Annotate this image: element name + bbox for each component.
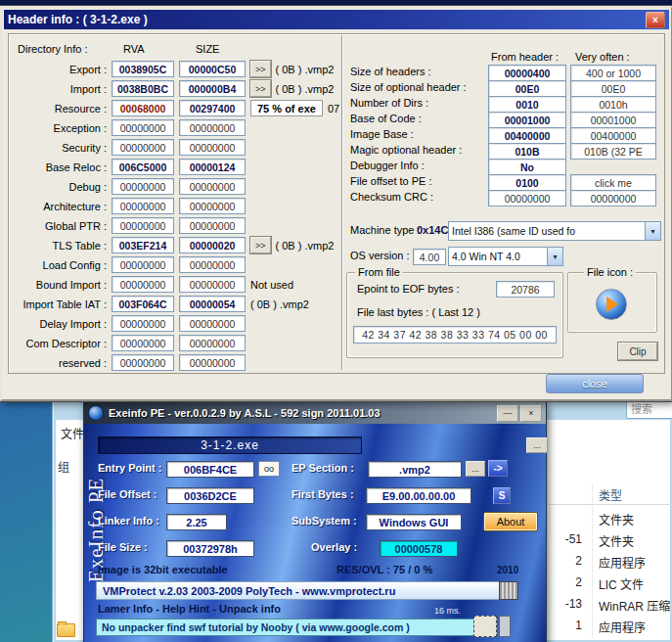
overlay-field[interactable]: 00000578 — [380, 540, 458, 557]
rva-field[interactable]: 00000000 — [112, 178, 174, 195]
first-bytes-field[interactable]: E9.00.00.00.00 — [366, 487, 471, 504]
list-item[interactable]: 2 应用程序 — [549, 554, 672, 572]
dropdown-selected-value: 4.0 Win NT 4.0 — [449, 251, 547, 262]
grip-button[interactable] — [499, 616, 511, 637]
list-item[interactable]: -51 文件夹 — [549, 532, 672, 550]
rva-field[interactable]: 00068000 — [112, 100, 174, 116]
rva-field[interactable]: 00000000 — [112, 217, 174, 234]
explorer-menu-file[interactable]: 文件 — [61, 425, 84, 441]
rva-field[interactable]: 00000000 — [112, 315, 174, 332]
rva-field[interactable]: 00000000 — [112, 256, 174, 273]
size-field[interactable]: 00000000 — [179, 198, 246, 214]
list-item[interactable]: 2 LIC 文件 — [549, 575, 672, 593]
close-button[interactable]: × — [646, 12, 665, 28]
section-viewer-button[interactable]: ... — [466, 461, 485, 477]
list-item[interactable]: -13 WinRAR 压缩 — [549, 597, 672, 615]
rva-field[interactable]: 00000000 — [112, 119, 174, 136]
very-often-field[interactable]: 00000000 — [570, 190, 656, 206]
rva-field[interactable]: 003EF214 — [112, 237, 174, 253]
chevron-down-icon[interactable]: ▼ — [645, 222, 660, 240]
file-size-field[interactable]: 00372978h — [166, 540, 254, 557]
size-field[interactable]: 00000000 — [179, 335, 246, 351]
rva-field[interactable]: 00000000 — [112, 354, 174, 371]
click-me-button[interactable]: click me — [570, 174, 656, 191]
size-column-header: SIZE — [196, 43, 219, 55]
size-field[interactable]: 00000124 — [179, 159, 246, 175]
size-field[interactable]: 00000C50 — [179, 61, 246, 77]
hex-view-button[interactable]: S — [493, 487, 511, 504]
very-often-field[interactable]: 00E0 — [570, 80, 656, 97]
ep-section-field[interactable]: .vmp2 — [368, 461, 462, 478]
size-field[interactable]: 00000000 — [179, 276, 246, 293]
very-often-field[interactable]: 00001000 — [570, 112, 656, 128]
rva-field[interactable]: 00000000 — [112, 335, 174, 351]
size-field[interactable]: 00000020 — [179, 237, 246, 253]
size-field[interactable]: 00000000 — [179, 315, 246, 332]
list-item[interactable]: 文件夹 — [549, 511, 672, 528]
clip-button[interactable]: Clip — [618, 343, 657, 360]
goto-section-button[interactable]: >> — [250, 61, 271, 77]
rva-field[interactable]: 00000000 — [112, 276, 174, 293]
browse-file-button[interactable]: ... — [526, 437, 548, 453]
scanner-result-field[interactable]: VMProtect v.2.03 2003-2009 PolyTech - ww… — [96, 581, 505, 600]
unpack-info-field[interactable]: No unpacker find swf tutorial by Nooby (… — [96, 619, 477, 636]
size-field[interactable]: 000000B4 — [179, 80, 246, 97]
header-info-titlebar[interactable]: Header info : ( 3-1-2.exe ) × — [4, 10, 669, 29]
size-field[interactable]: 00000000 — [179, 178, 246, 195]
last-bytes-field[interactable]: 42 34 37 42 38 38 33 33 74 05 00 00 — [353, 326, 557, 344]
plugin-button[interactable]: oo — [258, 461, 280, 477]
linker-field[interactable]: 2.25 — [166, 514, 227, 530]
close-button[interactable]: × — [520, 405, 542, 422]
size-field[interactable]: 00000054 — [179, 296, 246, 312]
from-header-field[interactable]: No — [488, 159, 566, 175]
os-version-dropdown[interactable]: 4.0 Win NT 4.0 ▼ — [448, 247, 563, 266]
close-dialog-button[interactable]: close — [546, 374, 644, 393]
rva-field[interactable]: 0038B0BC — [112, 80, 174, 97]
rva-field[interactable]: 00000000 — [112, 139, 174, 156]
goto-section-button[interactable]: >> — [250, 80, 271, 97]
machine-type-dropdown[interactable]: Intel I386 (same ID used fo ▼ — [448, 221, 661, 241]
size-field[interactable]: 00000000 — [179, 256, 246, 273]
rip-button[interactable] — [473, 616, 497, 637]
rva-field[interactable]: 003F064C — [112, 296, 174, 312]
subsystem-field[interactable]: Windows GUI — [366, 514, 462, 530]
from-header-field[interactable]: 00000400 — [488, 65, 566, 81]
very-often-field[interactable]: 010B (32 PE — [570, 143, 656, 160]
entry-point-field[interactable]: 006BF4CE — [166, 461, 254, 478]
very-often-field[interactable]: 0010h — [570, 96, 656, 113]
from-header-field[interactable]: 010B — [488, 143, 566, 160]
goto-section-button[interactable]: >> — [250, 237, 271, 253]
goto-ep-button[interactable]: -> — [488, 460, 508, 477]
minimize-button[interactable]: — — [497, 405, 518, 422]
rva-field[interactable]: 006C5000 — [112, 159, 174, 175]
from-header-field[interactable]: 0100 — [488, 174, 566, 191]
size-field[interactable]: 00000000 — [179, 354, 246, 371]
list-item[interactable]: 1 应用程序 — [549, 619, 672, 636]
from-header-field[interactable]: 00E0 — [488, 80, 566, 97]
very-often-field[interactable]: 400 or 1000 — [570, 65, 656, 81]
rva-field[interactable]: 0038905C — [112, 61, 174, 77]
column-header-type[interactable]: 类型 — [599, 486, 622, 503]
row-label: Global PTR : — [14, 220, 107, 232]
file-offset-field[interactable]: 0036D2CE — [166, 487, 254, 504]
about-button[interactable]: About — [483, 512, 538, 531]
epoint-value-field[interactable]: 20786 — [496, 281, 555, 298]
from-header-field[interactable]: 00000000 — [488, 190, 566, 206]
scanner-icon[interactable] — [499, 581, 518, 600]
section-note: ( 0B ) .vmp2 — [276, 83, 335, 95]
explorer-organize-button[interactable]: 组 — [58, 458, 69, 475]
chevron-down-icon[interactable]: ▼ — [547, 248, 562, 265]
very-often-field[interactable]: 00400000 — [570, 127, 656, 144]
filename-field[interactable]: 3-1-2.exe — [98, 436, 362, 454]
from-header-field[interactable]: 00400000 — [488, 127, 566, 144]
os-version-value[interactable]: 4.00 — [413, 249, 446, 265]
from-header-field[interactable]: 0010 — [488, 96, 566, 113]
size-field[interactable]: 00000000 — [179, 139, 246, 156]
from-header-field[interactable]: 00001000 — [488, 112, 566, 128]
exeinfo-titlebar[interactable]: Exeinfo PE - ver.0.0.2.9 by A.S.L - 592 … — [84, 402, 546, 424]
rva-field[interactable]: 00000000 — [112, 198, 174, 214]
folder-icon — [57, 623, 75, 637]
size-field[interactable]: 00000000 — [179, 217, 246, 234]
size-field[interactable]: 00297400 — [179, 100, 246, 116]
size-field[interactable]: 00000000 — [179, 119, 246, 136]
